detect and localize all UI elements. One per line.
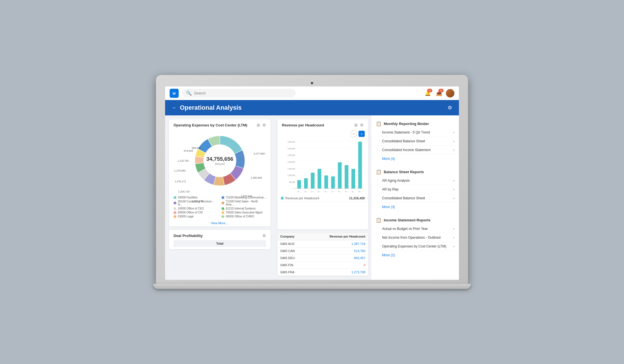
sidebar-item-balance-sheet-1[interactable]: AR by Rep› — [371, 185, 459, 194]
settings-icon[interactable]: ⚙ — [262, 123, 266, 127]
section-icon-income-statement: 📋 — [376, 217, 381, 223]
svg-rect-26 — [331, 176, 335, 189]
label-1122781: 1,122,781 — [178, 159, 189, 162]
value-cell: 1,273,708 — [307, 269, 368, 276]
value-cell: 1,387,718 — [307, 240, 368, 247]
svg-text:2,500,000: 2,500,000 — [288, 154, 295, 156]
back-button[interactable]: ← — [172, 105, 177, 111]
search-bar[interactable]: 🔍 — [182, 89, 296, 98]
value-cell: 803,457 — [307, 255, 368, 262]
legend-item: 40000 Office of CHRO — [222, 215, 266, 218]
label-2390845: 2,390,845 — [251, 176, 262, 179]
table-row: GMS FIN0 — [277, 262, 368, 269]
label-2070196: 2,070,196 — [241, 195, 252, 198]
sidebar-item-monthly-reporting-0[interactable]: Income Statement - 5 Qtr Trend› — [371, 128, 459, 137]
table-row: GMS DEU803,457 — [277, 255, 368, 262]
company-cell: GMS FRA — [277, 269, 307, 276]
svg-rect-24 — [324, 175, 328, 189]
notification-button[interactable]: 🔔 11 — [423, 89, 432, 98]
view-more-button[interactable]: View More ... — [169, 220, 271, 227]
legend-item: 34000 Facilities — [174, 196, 218, 199]
sidebar-more-income-statement[interactable]: More (2) — [371, 251, 459, 259]
right-sidebar: 📋Monthly Reporting BinderIncome Statemen… — [371, 115, 459, 280]
sidebar-section-income-statement: 📋Income Statement ReportsActual vs Budge… — [371, 216, 459, 259]
label-960944: 960,944 — [192, 147, 201, 149]
deal-settings-icon[interactable]: ⚙ — [262, 233, 266, 238]
revenue-settings-icon[interactable]: ⚙ — [360, 123, 364, 127]
table-row: GMS FRA1,273,708 — [277, 269, 368, 276]
search-input[interactable] — [194, 91, 292, 95]
main-content: Operating Expenses by Cost Center (LTM) … — [165, 115, 459, 280]
revenue-filter-icon[interactable]: ⊞ — [354, 123, 358, 127]
svg-text:G...: G... — [345, 191, 348, 192]
svg-text:3,500,000: 3,500,000 — [288, 141, 295, 143]
left-panels: Operating Expenses by Cost Center (LTM) … — [165, 115, 275, 280]
svg-text:G...: G... — [338, 191, 341, 192]
svg-text:G...: G... — [298, 191, 300, 192]
chevron-right-icon: › — [453, 244, 454, 248]
deal-panel-title: Deal Profitability — [174, 234, 203, 238]
metric-label: Revenue per Headcount — [285, 196, 319, 200]
svg-rect-34 — [358, 142, 362, 189]
chevron-right-icon: › — [453, 179, 454, 183]
section-title-monthly-reporting: Monthly Reporting Binder — [384, 122, 429, 126]
company-cell: GMS CAN — [277, 247, 307, 255]
sidebar-more-monthly-reporting[interactable]: More (4) — [371, 155, 459, 163]
chevron-right-icon: › — [453, 139, 454, 143]
revenue-panel-header: Revenue per Headcount ⊞ ⚙ — [277, 119, 368, 130]
svg-rect-32 — [351, 169, 355, 189]
app-logo[interactable]: w — [170, 89, 179, 98]
search-icon: 🔍 — [186, 90, 192, 96]
chevron-right-icon: › — [453, 130, 454, 134]
chevron-right-icon: › — [453, 187, 454, 191]
inbox-button[interactable]: 📥 11 — [435, 89, 444, 98]
zoom-out-button[interactable]: − — [351, 131, 357, 137]
revenue-table: Company Revenue per Headcount GMS AUS1,3… — [277, 233, 368, 276]
svg-rect-30 — [345, 165, 348, 189]
legend-item: 53000 Legal — [174, 215, 218, 218]
sidebar-item-label: Consolidated Income Statement — [382, 148, 431, 152]
sidebar-more-balance-sheet[interactable]: More (3) — [371, 203, 459, 211]
sidebar-item-label: Net Income from Operations - Outlined — [382, 236, 440, 240]
settings-button[interactable]: ⚙ — [448, 105, 452, 111]
value-cell: 0 — [307, 262, 368, 269]
laptop-outer: w 🔍 🔔 11 📥 11 — [156, 75, 468, 289]
metric-value: 11,316,429 — [349, 196, 365, 200]
sidebar-item-label: Actual vs Budget vs Prior Year — [382, 227, 428, 231]
sidebar-item-balance-sheet-0[interactable]: AR Aging Analysis› — [371, 176, 459, 185]
sidebar-section-header-income-statement: 📋Income Statement Reports — [371, 216, 459, 225]
nav-actions: 🔔 11 📥 11 — [423, 89, 454, 98]
sidebar-item-label: Income Statement - 5 Qtr Trend — [382, 130, 430, 134]
svg-text:500,000: 500,000 — [289, 181, 295, 183]
sidebar-item-income-statement-1[interactable]: Net Income from Operations - Outlined› — [371, 233, 459, 242]
metric-dot — [281, 197, 284, 200]
opex-panel-header: Operating Expenses by Cost Center (LTM) … — [169, 119, 271, 130]
section-title-income-statement: Income Statement Reports — [384, 218, 431, 222]
user-avatar[interactable] — [446, 89, 454, 98]
chart-controls: − + — [277, 130, 368, 138]
donut-center: 34,755,656 Amount — [206, 156, 233, 166]
sidebar-item-label: AR by Rep — [382, 187, 399, 191]
sidebar-item-label: AR Aging Analysis — [382, 179, 410, 183]
svg-text:G...: G... — [311, 191, 314, 192]
label-973544: 973,544 — [184, 149, 193, 152]
svg-rect-28 — [338, 162, 341, 189]
sidebar-section-monthly-reporting: 📋Monthly Reporting BinderIncome Statemen… — [371, 119, 459, 163]
filter-icon[interactable]: ⊞ — [257, 123, 260, 127]
sidebar-item-income-statement-0[interactable]: Actual vs Budget vs Prior Year› — [371, 225, 459, 233]
chevron-right-icon: › — [453, 196, 454, 200]
deal-panel-icons: ⚙ — [262, 233, 266, 238]
sidebar-item-balance-sheet-2[interactable]: Consolidated Balance Sheet› — [371, 194, 459, 203]
label-1170840: 1,170,840 — [174, 169, 185, 172]
deal-panel-header: Deal Profitability ⚙ — [169, 230, 271, 240]
chevron-right-icon: › — [453, 236, 454, 240]
sidebar-item-monthly-reporting-1[interactable]: Consolidated Balance Sheet› — [371, 137, 459, 146]
sidebar-item-income-statement-2[interactable]: Operating Expenses by Cost Center (LTM)› — [371, 242, 459, 251]
value-cell: 514,760 — [307, 247, 368, 255]
notification-badge: 11 — [427, 89, 432, 93]
label-2023378: 2,023,378 — [192, 200, 203, 203]
zoom-in-button[interactable]: + — [359, 131, 365, 137]
svg-rect-18 — [304, 178, 308, 189]
sidebar-item-monthly-reporting-2[interactable]: Consolidated Income Statement› — [371, 146, 459, 155]
svg-text:O...: O... — [359, 191, 361, 192]
